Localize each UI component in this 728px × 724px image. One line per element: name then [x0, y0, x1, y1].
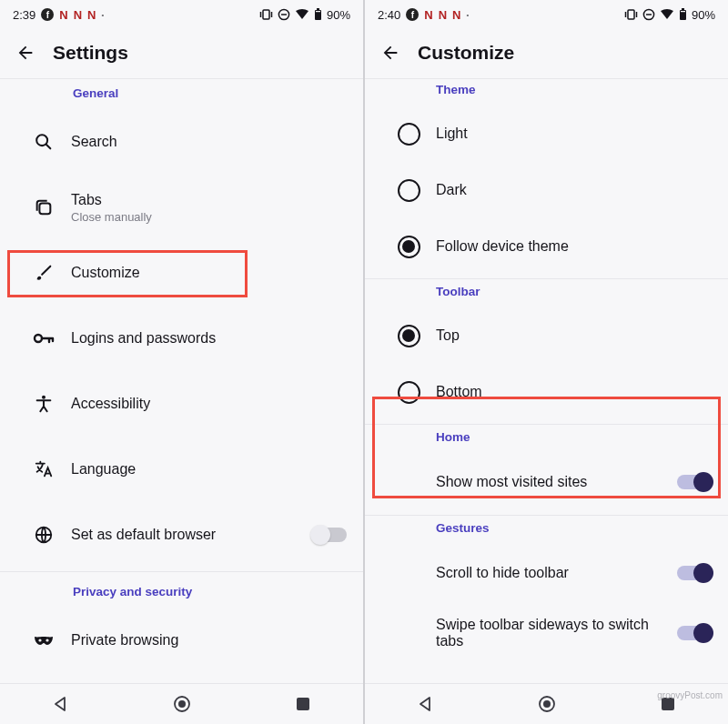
toggle-label: Show most visited sites — [436, 474, 677, 490]
status-time: 2:40 — [378, 8, 400, 22]
status-bar: 2:39 f N N N • 90% — [0, 0, 363, 27]
svg-rect-15 — [628, 10, 634, 19]
settings-item-language[interactable]: Language — [0, 437, 363, 502]
section-header-privacy: Privacy and security — [0, 574, 363, 608]
settings-label: Tabs — [71, 192, 347, 208]
nav-back-button[interactable] — [43, 686, 79, 722]
settings-panel: 2:39 f N N N • 90% Settings General Sear… — [0, 0, 363, 724]
svg-point-11 — [46, 639, 48, 641]
svg-point-10 — [38, 639, 41, 641]
vibrate-icon — [624, 9, 638, 20]
tabs-icon — [34, 197, 54, 217]
settings-label: Accessibility — [71, 396, 347, 412]
separator — [0, 571, 363, 572]
radio-label: Light — [436, 126, 712, 142]
netflix-icon: N — [452, 8, 460, 22]
globe-icon — [34, 525, 54, 545]
battery-icon — [679, 8, 687, 21]
swipe-tabs-toggle[interactable] — [677, 626, 712, 640]
section-header-toolbar: Toolbar — [365, 281, 728, 307]
nav-home-button[interactable] — [529, 686, 565, 722]
settings-item-search[interactable]: Search — [0, 109, 363, 175]
settings-label: Customize — [71, 265, 347, 281]
most-visited-toggle[interactable] — [677, 475, 712, 489]
customize-panel: 2:40 f N N N • 90% Customize Theme Light — [365, 0, 728, 724]
radio-button[interactable] — [398, 123, 420, 146]
svg-point-8 — [42, 396, 46, 399]
radio-row-bottom[interactable]: Bottom — [365, 364, 728, 420]
svg-point-21 — [543, 700, 551, 708]
radio-label: Dark — [436, 182, 712, 198]
radio-row-dark[interactable]: Dark — [365, 162, 728, 218]
settings-item-etp[interactable]: Enhanced Tracking ProtectionOn — [0, 673, 363, 683]
radio-row-follow-device[interactable]: Follow device theme — [365, 218, 728, 275]
settings-item-default-browser[interactable]: Set as default browser — [0, 502, 363, 568]
svg-rect-6 — [39, 203, 50, 214]
dnd-icon — [642, 8, 655, 21]
svg-rect-3 — [317, 8, 319, 10]
settings-label: Search — [71, 134, 347, 150]
radio-button[interactable] — [398, 325, 420, 347]
settings-item-logins[interactable]: Logins and passwords — [0, 306, 363, 371]
status-time: 2:39 — [13, 8, 35, 22]
separator — [365, 278, 728, 279]
back-button[interactable] — [9, 36, 42, 69]
toggle-label: Swipe toolbar sideways to switch tabs — [436, 617, 654, 649]
app-bar: Customize — [365, 27, 728, 79]
page-title: Settings — [53, 42, 128, 64]
settings-item-private-browsing[interactable]: Private browsing — [0, 608, 363, 673]
battery-percent: 90% — [327, 8, 350, 22]
svg-rect-0 — [263, 10, 269, 19]
settings-item-accessibility[interactable]: Accessibility — [0, 371, 363, 437]
page-title: Customize — [418, 42, 514, 64]
watermark: groovyPost.com — [657, 690, 723, 700]
radio-label: Follow device theme — [436, 238, 712, 255]
search-icon — [34, 132, 54, 152]
app-bar: Settings — [0, 27, 363, 79]
default-browser-toggle[interactable] — [312, 528, 347, 542]
section-header-home: Home — [365, 427, 728, 453]
netflix-icon: N — [439, 8, 447, 22]
android-nav-bar — [0, 683, 363, 724]
nav-recent-button[interactable] — [285, 686, 321, 722]
overflow-dot-icon: • — [101, 11, 104, 19]
wifi-icon — [295, 9, 309, 20]
section-header-general: General — [0, 83, 363, 109]
toggle-row-most-visited[interactable]: Show most visited sites — [365, 453, 728, 511]
radio-button[interactable] — [398, 179, 420, 202]
svg-rect-4 — [316, 11, 320, 12]
battery-icon — [314, 8, 322, 21]
settings-label: Private browsing — [71, 632, 347, 649]
radio-button[interactable] — [398, 236, 420, 258]
radio-row-light[interactable]: Light — [365, 106, 728, 162]
nav-home-button[interactable] — [164, 686, 200, 722]
toggle-row-scroll-hide[interactable]: Scroll to hide toolbar — [365, 544, 728, 602]
facebook-icon: f — [41, 8, 54, 21]
accessibility-icon — [34, 394, 54, 414]
separator — [365, 515, 728, 516]
netflix-icon: N — [74, 8, 82, 22]
toggle-label: Scroll to hide toolbar — [436, 565, 677, 581]
wifi-icon — [660, 9, 674, 20]
language-icon — [34, 459, 54, 479]
back-button[interactable] — [374, 36, 407, 69]
overflow-dot-icon: • — [466, 11, 469, 19]
svg-point-7 — [35, 335, 42, 342]
brush-icon — [34, 263, 54, 283]
settings-item-tabs[interactable]: TabsClose manually — [0, 175, 363, 240]
radio-button[interactable] — [398, 381, 420, 404]
separator — [365, 424, 728, 425]
nav-back-button[interactable] — [408, 686, 444, 722]
netflix-icon: N — [424, 8, 432, 22]
settings-item-customize[interactable]: Customize — [0, 240, 363, 306]
netflix-icon: N — [59, 8, 67, 22]
settings-label: Logins and passwords — [71, 330, 347, 347]
section-header-theme: Theme — [365, 83, 728, 106]
svg-rect-18 — [682, 8, 684, 10]
toggle-row-swipe-tabs[interactable]: Swipe toolbar sideways to switch tabs — [365, 602, 728, 664]
scroll-hide-toggle[interactable] — [677, 566, 712, 580]
radio-row-top[interactable]: Top — [365, 307, 728, 364]
dnd-icon — [278, 8, 290, 21]
radio-label: Top — [436, 327, 712, 344]
settings-sublabel: Close manually — [71, 210, 347, 224]
